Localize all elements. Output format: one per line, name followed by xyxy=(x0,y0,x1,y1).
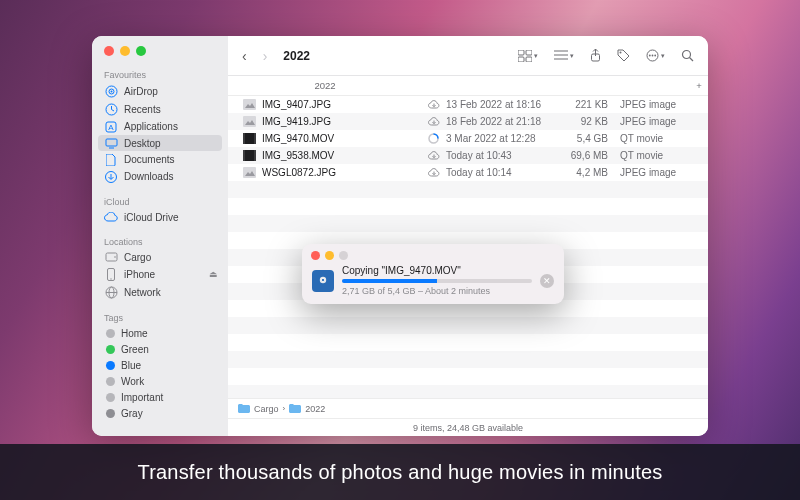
file-size: 5,4 GB xyxy=(560,133,614,144)
file-row[interactable]: IMG_9470.MOV3 Mar 2022 at 12:285,4 GBQT … xyxy=(228,130,708,147)
file-kind: QT movie xyxy=(614,133,690,144)
sidebar-item-icloud-drive[interactable]: iCloud Drive xyxy=(92,209,228,225)
close-button[interactable] xyxy=(104,46,114,56)
group-button[interactable]: ▾ xyxy=(550,48,578,63)
file-size: 69,6 MB xyxy=(560,150,614,161)
file-row[interactable]: IMG_9419.JPG18 Feb 2022 at 21:1892 KBJPE… xyxy=(228,113,708,130)
copy-title: Copying "IMG_9470.MOV" xyxy=(342,265,532,276)
file-row[interactable]: WSGL0872.JPGToday at 10:144,2 MBJPEG ima… xyxy=(228,164,708,181)
file-name: IMG_9470.MOV xyxy=(262,133,334,144)
forward-button[interactable]: › xyxy=(259,46,272,66)
cloud-status-icon[interactable] xyxy=(422,117,440,126)
finder-window: FavouritesAirDropRecentsAApplicationsDes… xyxy=(92,36,708,436)
app-icon: A xyxy=(104,121,118,133)
svg-rect-45 xyxy=(254,150,256,161)
tag-dot-icon xyxy=(106,361,115,370)
sidebar-item-important[interactable]: Important xyxy=(92,389,228,405)
eject-icon[interactable]: ⏏ xyxy=(209,269,218,279)
sidebar-item-gray[interactable]: Gray xyxy=(92,405,228,421)
toolbar: ‹ › 2022 ▾ ▾ ▾ xyxy=(228,36,708,76)
tag-dot-icon xyxy=(106,393,115,402)
file-kind: JPEG image xyxy=(614,99,690,110)
sidebar-item-label: Work xyxy=(121,376,144,387)
svg-point-29 xyxy=(652,55,654,57)
file-row[interactable]: IMG_9538.MOVToday at 10:4369,6 MBQT movi… xyxy=(228,147,708,164)
tag-dot-icon xyxy=(106,329,115,338)
sidebar-item-home[interactable]: Home xyxy=(92,325,228,341)
path-seg-2[interactable]: 2022 xyxy=(305,404,325,414)
copy-minimize-button[interactable] xyxy=(325,251,334,260)
sidebar-header: Favourites xyxy=(92,66,228,82)
sidebar-item-recents[interactable]: Recents xyxy=(92,100,228,118)
file-name: WSGL0872.JPG xyxy=(262,167,336,178)
main-pane: ‹ › 2022 ▾ ▾ ▾ 2022 + IMG_9407.JPG13 Feb… xyxy=(228,36,708,436)
sidebar-item-cargo[interactable]: Cargo xyxy=(92,249,228,265)
cloud-status-icon[interactable] xyxy=(422,133,440,144)
tag-dot-icon xyxy=(106,409,115,418)
icon-view-button[interactable]: ▾ xyxy=(514,48,542,64)
svg-point-2 xyxy=(110,90,112,92)
file-name: IMG_9407.JPG xyxy=(262,99,331,110)
status-bar: 9 items, 24,48 GB available xyxy=(228,418,708,436)
sidebar-item-applications[interactable]: AApplications xyxy=(92,118,228,135)
sidebar-item-label: Applications xyxy=(124,121,178,132)
path-bar: Cargo › 2022 xyxy=(228,398,708,418)
sidebar-item-documents[interactable]: Documents xyxy=(92,151,228,168)
svg-rect-20 xyxy=(526,57,532,62)
tag-dot-icon xyxy=(106,377,115,386)
doc-icon xyxy=(104,154,118,166)
svg-point-11 xyxy=(114,256,116,258)
file-type-icon xyxy=(242,99,256,111)
svg-point-31 xyxy=(683,51,691,59)
sidebar-item-downloads[interactable]: Downloads xyxy=(92,168,228,185)
chevron-right-icon: › xyxy=(283,404,286,413)
path-seg-1[interactable]: Cargo xyxy=(254,404,279,414)
file-kind: QT movie xyxy=(614,150,690,161)
empty-row xyxy=(228,181,708,198)
svg-point-28 xyxy=(649,55,651,57)
minimize-button[interactable] xyxy=(120,46,130,56)
zoom-button[interactable] xyxy=(136,46,146,56)
copy-progress-window: Copying "IMG_9470.MOV" 2,71 GB of 5,4 GB… xyxy=(302,244,564,304)
tags-button[interactable] xyxy=(613,47,634,64)
file-kind: JPEG image xyxy=(614,116,690,127)
phone-icon xyxy=(104,268,118,281)
svg-line-32 xyxy=(690,58,694,62)
action-button[interactable]: ▾ xyxy=(642,47,669,64)
sidebar-item-iphone[interactable]: iPhone⏏ xyxy=(92,265,228,283)
copy-zoom-button xyxy=(339,251,348,260)
share-button[interactable] xyxy=(586,47,605,64)
back-button[interactable]: ‹ xyxy=(238,46,251,66)
file-type-icon xyxy=(242,133,256,145)
search-button[interactable] xyxy=(677,47,698,64)
download-icon xyxy=(104,171,118,183)
svg-rect-19 xyxy=(518,57,524,62)
copy-close-button[interactable] xyxy=(311,251,320,260)
sidebar-item-label: Blue xyxy=(121,360,141,371)
svg-point-13 xyxy=(110,278,111,279)
sidebar-item-airdrop[interactable]: AirDrop xyxy=(92,82,228,100)
folder-icon xyxy=(289,404,301,413)
svg-rect-6 xyxy=(106,139,117,146)
window-title: 2022 xyxy=(283,49,310,63)
cloud-status-icon[interactable] xyxy=(422,100,440,109)
cloud-status-icon[interactable] xyxy=(422,168,440,177)
svg-point-51 xyxy=(321,278,324,281)
copy-subtitle: 2,71 GB of 5,4 GB – About 2 minutes xyxy=(342,286,532,296)
file-date: 13 Feb 2022 at 18:16 xyxy=(440,99,560,110)
sidebar-item-blue[interactable]: Blue xyxy=(92,357,228,373)
sidebar-item-work[interactable]: Work xyxy=(92,373,228,389)
column-name[interactable]: 2022 xyxy=(228,76,422,95)
sidebar-item-label: Recents xyxy=(124,104,161,115)
cloud-status-icon[interactable] xyxy=(422,151,440,160)
sidebar-item-desktop[interactable]: Desktop xyxy=(98,135,222,151)
sidebar-item-green[interactable]: Green xyxy=(92,341,228,357)
file-row[interactable]: IMG_9407.JPG13 Feb 2022 at 18:16221 KBJP… xyxy=(228,96,708,113)
sidebar-item-label: iPhone xyxy=(124,269,155,280)
copy-progress-bar xyxy=(342,279,532,283)
sidebar-item-network[interactable]: Network xyxy=(92,283,228,301)
add-column-button[interactable]: + xyxy=(690,76,708,95)
file-date: Today at 10:14 xyxy=(440,167,560,178)
copy-cancel-button[interactable]: ✕ xyxy=(540,274,554,288)
caption-bar: Transfer thousands of photos and huge mo… xyxy=(0,444,800,500)
